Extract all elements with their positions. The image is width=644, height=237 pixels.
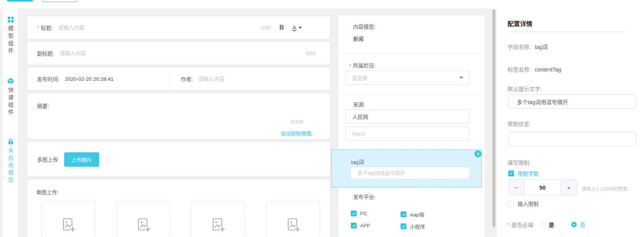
picture-add-icon bbox=[61, 218, 75, 234]
tag-label: tag词: bbox=[351, 158, 365, 166]
required-mark: * bbox=[508, 222, 509, 228]
title-field-card: * 标题: 0/50 B A bbox=[27, 16, 330, 39]
field-name-value: tag词 bbox=[535, 44, 548, 50]
multi-image-label: 多图上传: bbox=[37, 155, 60, 163]
input-limit-option[interactable]: 输入限制 bbox=[508, 200, 539, 207]
char-limit-option[interactable]: 限制字数 bbox=[508, 169, 539, 177]
platform-option-label: APP bbox=[360, 223, 370, 228]
default-hint-input-wrap bbox=[508, 94, 636, 109]
radio-unselected[interactable] bbox=[540, 222, 546, 227]
required-yes-label: 是 bbox=[549, 221, 554, 228]
tag-input-wrap bbox=[350, 167, 470, 179]
stepper-increase-button[interactable]: + bbox=[560, 180, 577, 195]
single-image-upload-slot[interactable] bbox=[116, 201, 170, 237]
category-select[interactable]: 请选择 bbox=[345, 71, 470, 85]
required-setting-label: 是否必填: bbox=[511, 221, 535, 228]
title-input[interactable] bbox=[58, 24, 261, 31]
author-label: 作者: bbox=[181, 75, 193, 83]
multi-image-card: 多图上传: 上传图片 bbox=[27, 142, 330, 176]
platform-option-pc[interactable]: PC bbox=[351, 211, 367, 216]
sidebar-item-quick-components[interactable]: 快速组件 bbox=[3, 78, 18, 117]
sidebar-item-label: 快速组件 bbox=[7, 87, 14, 117]
chevron-down-icon[interactable] bbox=[299, 27, 302, 29]
tag-field-card-selected[interactable]: tag词: bbox=[331, 150, 482, 187]
single-image-upload-slot[interactable] bbox=[191, 201, 245, 237]
category-select-placeholder: 请选择 bbox=[352, 74, 459, 82]
platform-option-label: 小程序 bbox=[410, 223, 425, 230]
source-input-wrap bbox=[345, 110, 470, 124]
tag-input[interactable] bbox=[357, 170, 464, 176]
divider bbox=[338, 93, 485, 94]
upload-image-button[interactable]: 上传图片 bbox=[64, 152, 99, 167]
picture-add-icon bbox=[136, 218, 150, 234]
platform-option-miniprogram[interactable]: 小程序 bbox=[401, 223, 425, 230]
sidebar-item-disabled-models[interactable]: 未启用模型 bbox=[3, 138, 18, 185]
field-name-row: 字段名称:tag词 bbox=[508, 43, 548, 51]
platform-option-label: PC bbox=[360, 211, 367, 216]
auto-summary-link[interactable]: 自动获取摘要 bbox=[281, 129, 311, 137]
platform-label: 发布平台: bbox=[353, 193, 376, 200]
category-label-text: 所属栏目: bbox=[353, 63, 376, 69]
topbar-primary-button[interactable] bbox=[7, 0, 33, 2]
checkbox-checked[interactable] bbox=[401, 223, 406, 229]
resize-handle-icon[interactable] bbox=[309, 132, 313, 136]
source-url-input[interactable] bbox=[352, 131, 464, 137]
source-input[interactable] bbox=[352, 113, 464, 120]
subtitle-input[interactable] bbox=[59, 50, 306, 57]
vertical-scrollbar[interactable] bbox=[492, 9, 495, 227]
config-detail-panel: 配置详情 字段名称:tag词 标签名称:contentTag 默认提示文字: 帮… bbox=[497, 9, 644, 237]
content-model-value: 新闻 bbox=[353, 35, 364, 42]
stepper-value[interactable]: 50 bbox=[525, 180, 560, 195]
platform-option-wap[interactable]: wap端 bbox=[401, 211, 424, 218]
cube-icon bbox=[7, 78, 14, 84]
tag-name-label: 标签名称: bbox=[508, 66, 531, 73]
single-image-upload-slot[interactable] bbox=[266, 201, 320, 237]
topbar-secondary-button[interactable] bbox=[42, 0, 78, 2]
help-info-input[interactable] bbox=[516, 136, 628, 143]
checkbox-checked[interactable] bbox=[401, 211, 406, 217]
config-panel-title: 配置详情 bbox=[508, 19, 532, 28]
stepper-hint: 请输入1-120间的整数 bbox=[581, 185, 628, 192]
bold-icon[interactable]: B bbox=[279, 24, 284, 31]
radio-selected[interactable] bbox=[571, 222, 577, 227]
single-image-upload-slot[interactable] bbox=[41, 201, 95, 237]
publish-time-section: 发布时间: bbox=[27, 68, 170, 90]
default-hint-input[interactable] bbox=[516, 98, 628, 105]
picture-add-icon bbox=[286, 218, 300, 234]
time-author-card: 发布时间: 作者: bbox=[27, 68, 330, 90]
platform-option-app[interactable]: APP bbox=[351, 223, 370, 228]
char-limit-label: 限制字数 bbox=[518, 169, 539, 177]
close-icon bbox=[476, 152, 480, 156]
subtitle-label: 副标题: bbox=[37, 49, 54, 57]
subtitle-counter: 0/50 bbox=[306, 51, 316, 56]
title-label: 标题: bbox=[41, 24, 53, 31]
single-image-label: 单图上传: bbox=[36, 188, 59, 196]
divider bbox=[508, 31, 625, 32]
publish-time-input[interactable] bbox=[64, 76, 170, 82]
subtitle-field-card: 副标题: 0/50 bbox=[27, 42, 330, 64]
remove-field-button[interactable] bbox=[474, 150, 481, 157]
component-sidebar: 模型组件 快速组件 未启用模型 bbox=[3, 9, 18, 237]
required-mark: * bbox=[37, 25, 39, 31]
checkbox-checked[interactable] bbox=[508, 171, 514, 176]
summary-counter: 0/100 bbox=[290, 119, 303, 125]
title-counter: 0/50 bbox=[261, 25, 271, 31]
sidebar-item-model-components[interactable]: 模型组件 bbox=[3, 16, 18, 55]
lock-icon bbox=[7, 138, 14, 145]
help-info-input-wrap bbox=[508, 132, 636, 146]
checkbox-unchecked[interactable] bbox=[508, 201, 514, 207]
single-image-card: 单图上传: bbox=[27, 179, 330, 237]
font-color-icon[interactable]: A bbox=[292, 24, 296, 31]
checkbox-checked[interactable] bbox=[351, 223, 357, 228]
input-limit-label: 输入限制 bbox=[518, 200, 539, 207]
stepper-decrease-button[interactable]: − bbox=[509, 180, 525, 195]
source-label: 来源: bbox=[353, 100, 365, 108]
divider bbox=[338, 54, 485, 54]
platform-option-label: wap端 bbox=[410, 211, 424, 218]
author-input[interactable] bbox=[198, 76, 330, 82]
fill-limit-label: 填写限制: bbox=[508, 159, 531, 166]
chevron-down-icon bbox=[459, 77, 464, 79]
tag-name-row: 标签名称:contentTag bbox=[508, 65, 561, 73]
publish-time-label: 发布时间: bbox=[37, 75, 60, 83]
checkbox-checked[interactable] bbox=[351, 211, 357, 216]
